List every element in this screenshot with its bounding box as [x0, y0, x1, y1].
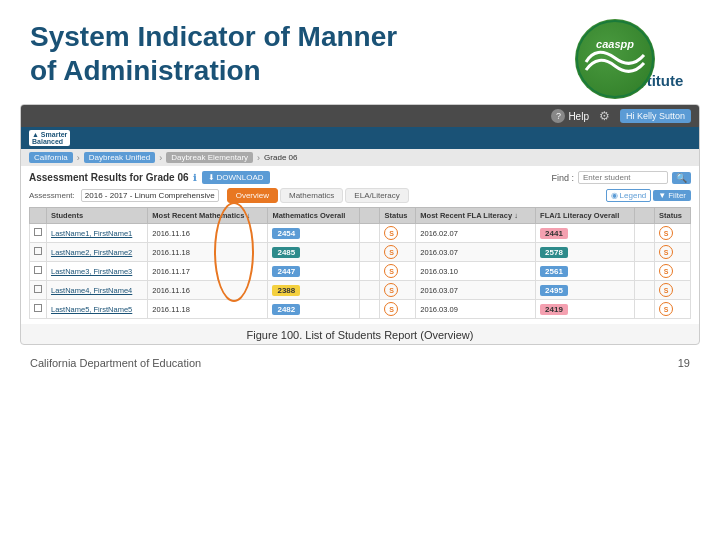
col-math-recent[interactable]: Most Recent Mathematics ↓	[148, 208, 268, 224]
math-status: S	[380, 281, 416, 300]
table-row: LastName5, FirstName5 2016.11.18 2482 S …	[30, 300, 691, 319]
col-students: Students	[47, 208, 148, 224]
col-ela-overall[interactable]: FLA/1 Literacy Overall	[536, 208, 635, 224]
ela-status: S	[655, 262, 691, 281]
math-bar	[360, 300, 380, 319]
ela-date: 2016.03.07	[416, 243, 536, 262]
col-spacer1	[360, 208, 380, 224]
assessment-results-title: Assessment Results for Grade 06 ℹ	[29, 172, 196, 183]
help-icon: ?	[551, 109, 565, 123]
student-name[interactable]: LastName3, FirstName3	[47, 262, 148, 281]
math-date: 2016.11.17	[148, 262, 268, 281]
screenshot-container: ? Help ⚙ Hi Kelly Sutton ▲ SmarterBalanc…	[20, 104, 700, 345]
math-date: 2016.11.16	[148, 224, 268, 243]
table-row: LastName4, FirstName4 2016.11.16 2388 S …	[30, 281, 691, 300]
breadcrumb-daybreak-unified[interactable]: Daybreak Unified	[84, 152, 155, 163]
breadcrumb-grade: Grade 06	[264, 153, 297, 162]
ela-bar	[635, 300, 655, 319]
ela-score: 2578	[536, 243, 635, 262]
student-name[interactable]: LastName4, FirstName4	[47, 281, 148, 300]
logo-circle: caaspp	[575, 19, 655, 99]
info-icon[interactable]: ℹ	[193, 173, 196, 183]
ela-status: S	[655, 300, 691, 319]
download-button[interactable]: ⬇ DOWNLOAD	[202, 171, 270, 184]
browser-topbar: ? Help ⚙ Hi Kelly Sutton	[21, 105, 699, 127]
math-score: 2485	[268, 243, 360, 262]
row-checkbox[interactable]	[30, 300, 47, 319]
breadcrumb-bar: California › Daybreak Unified › Daybreak…	[21, 149, 699, 166]
page-header: System Indicator of Manner of Administra…	[0, 0, 720, 104]
legend-button[interactable]: ◉ Legend	[606, 189, 652, 202]
help-button[interactable]: ? Help	[551, 109, 589, 123]
page-title: System Indicator of Manner of Administra…	[30, 20, 397, 87]
user-badge[interactable]: Hi Kelly Sutton	[620, 109, 691, 123]
col-math-overall[interactable]: Mathematics Overall	[268, 208, 360, 224]
math-status: S	[380, 224, 416, 243]
logo-area: caaspp Institute	[570, 24, 690, 94]
math-status: S	[380, 300, 416, 319]
ela-score: 2441	[536, 224, 635, 243]
ela-bar	[635, 243, 655, 262]
row-checkbox[interactable]	[30, 262, 47, 281]
table-container: Students Most Recent Mathematics ↓ Mathe…	[29, 207, 691, 319]
math-date: 2016.11.16	[148, 281, 268, 300]
smarter-balanced-logo: ▲ SmarterBalanced	[29, 130, 70, 146]
footer-page: 19	[678, 357, 690, 369]
filter-button[interactable]: ▼ Filter	[653, 190, 691, 201]
row-checkbox[interactable]	[30, 224, 47, 243]
ela-date: 2016.03.07	[416, 281, 536, 300]
math-bar	[360, 281, 380, 300]
row-checkbox[interactable]	[30, 281, 47, 300]
col-status2: Status	[655, 208, 691, 224]
settings-icon[interactable]: ⚙	[599, 109, 610, 123]
student-name[interactable]: LastName1, FirstName1	[47, 224, 148, 243]
figure-caption: Figure 100. List of Students Report (Ove…	[21, 324, 699, 344]
tab-ela-literacy[interactable]: ELA/Literacy	[345, 188, 408, 203]
table-row: LastName3, FirstName3 2016.11.17 2447 S …	[30, 262, 691, 281]
ela-date: 2016.02.07	[416, 224, 536, 243]
math-score: 2454	[268, 224, 360, 243]
assessment-label: Assessment:	[29, 191, 75, 200]
tab-mathematics[interactable]: Mathematics	[280, 188, 343, 203]
ela-score: 2561	[536, 262, 635, 281]
row-checkbox[interactable]	[30, 243, 47, 262]
find-area: Find : 🔍	[551, 171, 691, 184]
tab-overview[interactable]: Overview	[227, 188, 278, 203]
tab-row: Assessment: 2016 - 2017 - Linum Comprehe…	[29, 188, 691, 203]
math-score: 2388	[268, 281, 360, 300]
math-bar	[360, 224, 380, 243]
ela-status: S	[655, 243, 691, 262]
col-ela-recent[interactable]: Most Recent FLA Literacy ↓	[416, 208, 536, 224]
students-table: Students Most Recent Mathematics ↓ Mathe…	[29, 207, 691, 319]
content-area: Assessment Results for Grade 06 ℹ ⬇ DOWN…	[21, 166, 699, 324]
download-icon: ⬇	[208, 173, 215, 182]
student-name[interactable]: LastName5, FirstName5	[47, 300, 148, 319]
col-checkbox	[30, 208, 47, 224]
ela-bar	[635, 224, 655, 243]
student-name[interactable]: LastName2, FirstName2	[47, 243, 148, 262]
ela-score: 2495	[536, 281, 635, 300]
ela-bar	[635, 262, 655, 281]
filter-icon: ▼	[658, 191, 666, 200]
ela-bar	[635, 281, 655, 300]
table-row: LastName2, FirstName2 2016.11.18 2485 S …	[30, 243, 691, 262]
smarter-balanced-bar: ▲ SmarterBalanced	[21, 127, 699, 149]
ela-status: S	[655, 281, 691, 300]
svg-text:caaspp: caaspp	[596, 38, 634, 50]
ela-date: 2016.03.09	[416, 300, 536, 319]
legend-icon: ◉	[611, 191, 618, 200]
math-date: 2016.11.18	[148, 243, 268, 262]
table-row: LastName1, FirstName1 2016.11.16 2454 S …	[30, 224, 691, 243]
page-footer: California Department of Education 19	[0, 353, 720, 373]
assessment-selector[interactable]: 2016 - 2017 - Linum Comprehensive	[81, 189, 219, 202]
assessment-header: Assessment Results for Grade 06 ℹ ⬇ DOWN…	[29, 171, 691, 184]
math-score: 2447	[268, 262, 360, 281]
col-status1: Status	[380, 208, 416, 224]
ela-status: S	[655, 224, 691, 243]
student-search-input[interactable]	[578, 171, 668, 184]
caaspp-logo: caaspp Institute	[570, 24, 690, 94]
math-bar	[360, 262, 380, 281]
search-button[interactable]: 🔍	[672, 172, 691, 184]
breadcrumb-daybreak-elementary[interactable]: Daybreak Elementary	[166, 152, 253, 163]
breadcrumb-california[interactable]: California	[29, 152, 73, 163]
